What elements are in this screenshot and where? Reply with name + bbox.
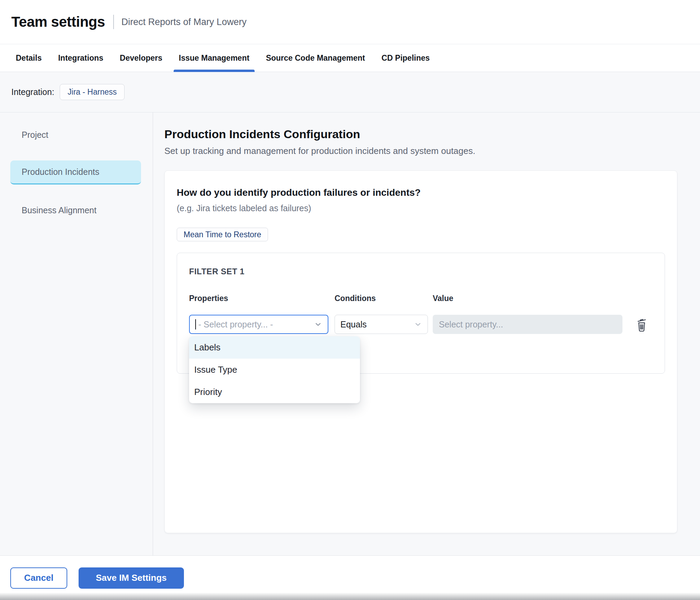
filter-set-title: FILTER SET 1	[189, 267, 653, 276]
mean-time-to-restore-chip[interactable]: Mean Time to Restore	[177, 228, 268, 241]
value-input[interactable]	[433, 315, 622, 334]
team-settings-page: Team settings Direct Reports of Mary Low…	[0, 0, 700, 600]
integration-chip[interactable]: Jira - Harness	[60, 84, 125, 100]
tab-label: Developers	[120, 53, 162, 63]
trash-icon	[635, 317, 649, 332]
active-tab-indicator	[174, 70, 255, 72]
tab-integrations[interactable]: Integrations	[53, 44, 108, 72]
condition-select-value: Equals	[340, 320, 414, 329]
value-column-label: Value	[433, 293, 622, 303]
property-dropdown: Labels Issue Type Priority	[189, 336, 360, 403]
dropdown-option-issue-type[interactable]: Issue Type	[189, 359, 360, 381]
chevron-down-icon	[314, 320, 322, 328]
filter-set-card: FILTER SET 1 Properties Conditions Value…	[177, 253, 665, 374]
tab-cd-pipelines[interactable]: CD Pipelines	[376, 44, 435, 72]
integration-label: Integration:	[11, 87, 54, 97]
cancel-button[interactable]: Cancel	[10, 567, 67, 589]
integration-row: Integration: Jira - Harness	[0, 72, 700, 112]
bottom-edge-shadow	[0, 592, 700, 600]
page-title: Team settings	[11, 14, 105, 30]
filter-column-labels: Properties Conditions Value	[189, 293, 653, 303]
properties-column-label: Properties	[189, 293, 328, 303]
tab-developers[interactable]: Developers	[115, 44, 167, 72]
section-title: Production Incidents Configuration	[164, 127, 677, 141]
footer-action-bar: Cancel Save IM Settings	[0, 555, 700, 600]
tab-label: Source Code Management	[266, 53, 365, 63]
tab-label: Integrations	[58, 53, 103, 63]
settings-sidebar: Project Production Incidents Business Al…	[0, 112, 153, 555]
page-subtitle: Direct Reports of Mary Lowery	[121, 17, 247, 27]
section-subtitle: Set up tracking and management for produ…	[164, 145, 677, 157]
tab-label: Details	[16, 53, 42, 63]
tab-details[interactable]: Details	[11, 44, 47, 72]
dropdown-option-labels[interactable]: Labels	[189, 336, 360, 359]
tab-source-code-management[interactable]: Source Code Management	[261, 44, 370, 72]
sidebar-item-business-alignment[interactable]: Business Alignment	[10, 198, 141, 222]
conditions-column-label: Conditions	[335, 293, 428, 303]
identify-hint: (e.g. Jira tickets labeled as failures)	[177, 203, 665, 213]
sidebar-item-project[interactable]: Project	[10, 123, 141, 147]
page-header: Team settings Direct Reports of Mary Low…	[0, 0, 700, 44]
delete-filter-button[interactable]	[634, 316, 649, 333]
property-select[interactable]: - Select property... -	[189, 315, 328, 334]
tab-issue-management[interactable]: Issue Management	[174, 44, 255, 72]
tab-label: CD Pipelines	[382, 53, 430, 63]
tab-bar: Details Integrations Developers Issue Ma…	[0, 44, 700, 72]
text-caret	[195, 319, 196, 329]
config-card: How do you identify production failures …	[164, 170, 677, 533]
save-im-settings-button[interactable]: Save IM Settings	[79, 567, 184, 589]
chevron-down-icon	[414, 320, 422, 328]
main-panel: Production Incidents Configuration Set u…	[153, 112, 700, 555]
title-divider	[113, 15, 114, 29]
property-select-placeholder: - Select property... -	[198, 320, 314, 329]
filter-controls-row: - Select property... - Equals	[189, 315, 653, 334]
tab-label: Issue Management	[179, 53, 249, 63]
sidebar-item-production-incidents[interactable]: Production Incidents	[10, 160, 141, 184]
content-area: Project Production Incidents Business Al…	[0, 112, 700, 555]
identify-question: How do you identify production failures …	[177, 187, 665, 199]
dropdown-option-priority[interactable]: Priority	[189, 381, 360, 403]
condition-select[interactable]: Equals	[335, 315, 428, 334]
